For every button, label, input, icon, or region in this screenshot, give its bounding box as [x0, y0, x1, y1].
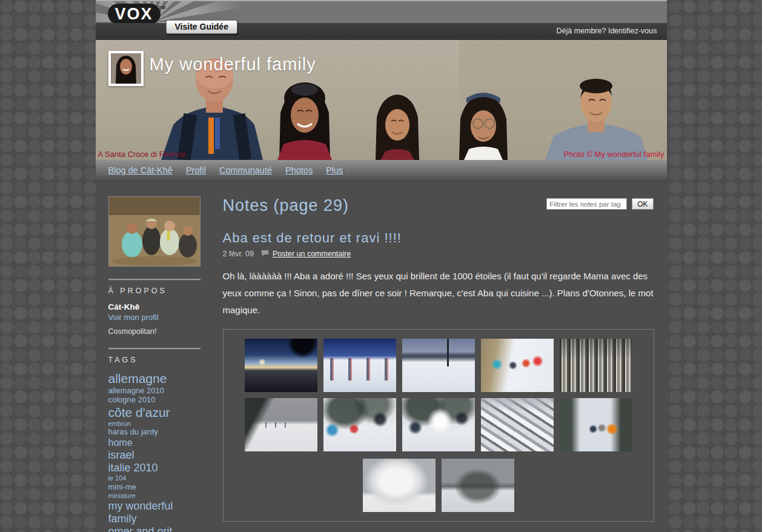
tag-italie-2010[interactable]: italie 2010 — [108, 462, 200, 474]
tag-omer-and-orit[interactable]: omer and orit — [108, 525, 200, 532]
post-date: 2 févr. 09 — [223, 250, 254, 258]
author-name: Cát-Khê — [108, 302, 200, 311]
tag-cologne-2010[interactable]: cologne 2010 — [108, 396, 200, 405]
post-meta: 2 févr. 09 Poster un commentaire — [223, 248, 655, 259]
banner-caption-left: A Santa Croce di Firenze — [98, 150, 186, 159]
nav-item-photos[interactable]: Photos — [285, 165, 313, 175]
sidebar-photo-art — [109, 197, 200, 266]
tag-home[interactable]: home — [108, 437, 200, 448]
nav-item-communaut[interactable]: Communauté — [219, 165, 272, 175]
photo-thumbnail-fir-skiers[interactable] — [323, 398, 396, 451]
photo-thumbnail-snow-spray[interactable] — [402, 398, 475, 451]
photo-thumbnail-ski-bushes[interactable] — [481, 339, 554, 392]
tag-allemagne-2010[interactable]: allemagne 2010 — [108, 387, 200, 396]
author-tagline: Cosmopolitan! — [108, 327, 200, 336]
main-column: Notes (page 29) OK Aba est de retour et … — [223, 196, 655, 532]
photo-thumbnail-frosted-tree[interactable] — [363, 459, 436, 512]
blog-title[interactable]: My wonderful family — [150, 55, 316, 75]
post-body-text: Oh là, làààààà !!! Aba a adoré !!! Ses y… — [223, 268, 654, 318]
content-area: À PROPOS Cát-Khê Voir mon profil Cosmopo… — [96, 181, 667, 532]
tag-israel[interactable]: israel — [108, 449, 200, 461]
banner-photo: My wonderful family A Santa Croce di Fir… — [96, 40, 667, 160]
photo-thumbnail-snow-slope[interactable] — [402, 339, 475, 392]
photo-thumbnail-snowy-forest[interactable] — [560, 339, 632, 392]
tag-filter-input[interactable] — [546, 198, 627, 210]
post-title[interactable]: Aba est de retour et ravi !!!! — [223, 230, 655, 246]
tag-my-wonderful-family[interactable]: my wonderful family — [108, 500, 200, 524]
tag-cloud: allemagneallemagne 2010cologne 2010côte … — [108, 371, 200, 532]
photo-thumbnail-trail-group[interactable] — [560, 398, 632, 451]
tag-miniature[interactable]: miniature — [108, 492, 200, 499]
post-comment-link[interactable]: Poster un commentaire — [273, 250, 351, 258]
tag-c-te-d-azur[interactable]: côte d'azur — [108, 405, 200, 420]
photo-row — [224, 398, 654, 451]
photo-thumbnail-ski-lineup[interactable] — [323, 339, 396, 392]
tag-allemagne[interactable]: allemagne — [108, 371, 200, 386]
photo-thumbnail-frozen-lake[interactable] — [245, 398, 317, 451]
page-title: Notes (page 29) — [223, 196, 350, 215]
signin-link[interactable]: Déjà membre? Identifiez-vous — [556, 27, 657, 35]
sidebar-divider — [108, 348, 200, 350]
view-profile-link[interactable]: Voir mon profil — [108, 313, 159, 322]
guided-tour-button[interactable]: Visite Guidée — [166, 20, 237, 34]
top-session-bar: Visite Guidée Déjà membre? Identifiez-vo… — [96, 23, 667, 40]
comment-bubble-icon — [261, 248, 269, 259]
nav-item-plus[interactable]: Plus▾ — [326, 165, 349, 175]
sidebar: À PROPOS Cát-Khê Voir mon profil Cosmopo… — [108, 196, 200, 532]
photo-row — [224, 339, 654, 392]
nav-item-blog-de-c-t-kh[interactable]: Blog de Cát-Khê — [108, 165, 173, 175]
trademark-symbol: TM — [159, 5, 166, 10]
tag-le-104[interactable]: le 104 — [108, 474, 200, 482]
sidebar-photo[interactable] — [108, 196, 200, 267]
tags-heading: TAGS — [108, 356, 200, 364]
main-navigation: Blog de Cát-KhêProfilCommunautéPhotosPlu… — [96, 160, 667, 181]
post-photo-grid — [223, 329, 654, 522]
photo-row — [224, 459, 654, 512]
photo-thumbnail-snowy-road[interactable] — [442, 459, 514, 512]
about-heading: À PROPOS — [108, 287, 200, 295]
photo-thumbnail-big-fir[interactable] — [481, 398, 554, 451]
vox-logo[interactable]: VOX — [108, 4, 161, 23]
chevron-down-icon: ▾ — [346, 168, 349, 175]
banner-caption-right: Photo © My wonderful family — [564, 150, 664, 159]
tag-embrun[interactable]: embrun — [108, 420, 200, 427]
tag-filter-form: OK — [546, 198, 653, 210]
photo-thumbnail-dusk-parking[interactable] — [245, 339, 317, 392]
sidebar-divider — [108, 279, 200, 281]
nav-item-profil[interactable]: Profil — [186, 165, 206, 175]
blog-avatar[interactable] — [108, 51, 144, 86]
tag-mini-me[interactable]: mini-me — [108, 483, 200, 492]
tag-haras-du-jardy[interactable]: haras du jardy — [108, 428, 200, 437]
tag-filter-ok-button[interactable]: OK — [632, 198, 653, 210]
avatar-portrait-art — [111, 53, 141, 84]
page-container: VOX TM Visite Guidée Déjà membre? Identi… — [96, 0, 667, 532]
